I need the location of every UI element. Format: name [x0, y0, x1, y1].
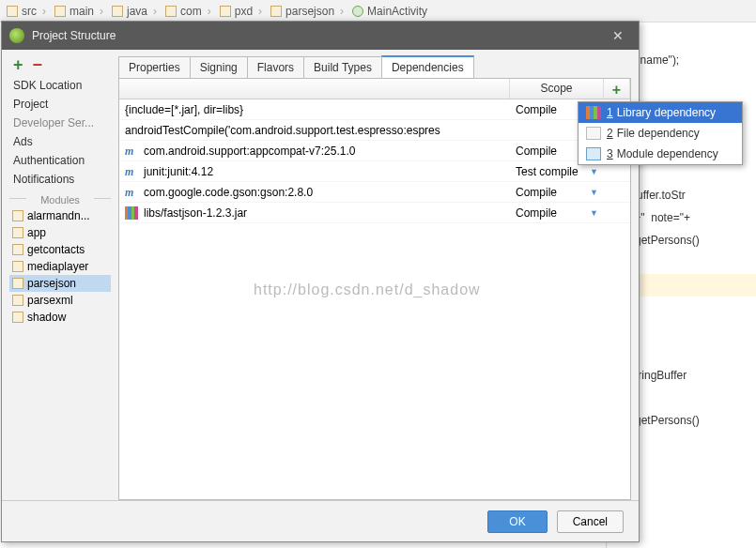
dep-scope-cell[interactable]: Compile▼: [510, 186, 604, 199]
module-app[interactable]: app: [9, 224, 111, 241]
module-icon: [12, 312, 23, 323]
table-row[interactable]: androidTestCompile('com.android.support.…: [119, 120, 630, 141]
tabs: Properties Signing Flavors Build Types D…: [118, 53, 631, 78]
sidebar: + − SDK Location Project Developer Ser..…: [9, 53, 111, 500]
crumb-com[interactable]: com: [162, 2, 217, 21]
library-icon: [586, 106, 601, 119]
dep-scope: Test compile: [516, 165, 579, 178]
dependencies-table: Scope + {include=[*.jar], dir=libs}Compi…: [118, 78, 631, 500]
table-body: {include=[*.jar], dir=libs}Compile▼andro…: [119, 99, 630, 223]
popup-library-dependency[interactable]: 1 Library dependency: [579, 102, 742, 123]
dialog-footer: OK Cancel: [2, 500, 639, 541]
ok-button[interactable]: OK: [487, 510, 547, 533]
maven-icon: m: [125, 186, 138, 199]
crumb-main[interactable]: main: [52, 2, 109, 21]
dialog-titlebar[interactable]: Project Structure ✕: [2, 22, 639, 50]
dep-name-cell: mcom.android.support:appcompat-v7:25.1.0: [119, 145, 510, 158]
th-scope[interactable]: Scope: [510, 79, 604, 99]
module-label: getcontacts: [27, 243, 85, 256]
sidebar-item-auth[interactable]: Authentication: [9, 151, 111, 170]
module-label: alarmandn...: [27, 209, 90, 222]
folder-icon: [220, 6, 231, 17]
popup-module-dependency[interactable]: 3 Module dependency: [579, 144, 742, 164]
sidebar-item-project[interactable]: Project: [9, 95, 111, 114]
crumb-java[interactable]: java: [109, 2, 162, 21]
tab-buildtypes[interactable]: Build Types: [303, 56, 382, 78]
tab-flavors[interactable]: Flavors: [247, 56, 304, 78]
class-icon: [352, 6, 363, 17]
dep-scope: Compile: [516, 103, 557, 116]
sidebar-list: SDK Location Project Developer Ser... Ad…: [9, 76, 111, 500]
crumb-parsejson[interactable]: parsejson: [268, 2, 349, 21]
module-label: parsejson: [27, 277, 76, 290]
table-row[interactable]: {include=[*.jar], dir=libs}Compile▼: [119, 99, 630, 120]
module-icon: [12, 244, 23, 255]
crumb-label: pxd: [235, 5, 253, 18]
close-button[interactable]: ✕: [605, 28, 631, 43]
th-name[interactable]: [119, 79, 510, 99]
dep-scope: Compile: [516, 186, 557, 199]
crumb-mainactivity[interactable]: MainActivity: [349, 2, 433, 21]
module-shadow[interactable]: shadow: [9, 309, 111, 326]
file-icon: [586, 127, 601, 140]
remove-icon[interactable]: −: [33, 55, 43, 75]
table-header: Scope +: [119, 79, 630, 99]
module-alarmandn[interactable]: alarmandn...: [9, 207, 111, 224]
folder-icon: [54, 6, 66, 17]
crumb-label: main: [69, 5, 94, 18]
popup-file-dependency[interactable]: 2 File dependency: [579, 123, 742, 144]
tab-properties[interactable]: Properties: [118, 56, 191, 78]
sidebar-item-devservices[interactable]: Developer Ser...: [9, 114, 111, 132]
dep-scope-cell[interactable]: Compile▼: [510, 206, 604, 220]
folder-icon: [7, 6, 18, 17]
folder-icon: [165, 6, 177, 17]
chevron-down-icon[interactable]: ▼: [590, 188, 598, 197]
table-row[interactable]: mjunit:junit:4.12Test compile▼: [119, 161, 630, 182]
module-parsejson[interactable]: parsejson: [9, 275, 111, 292]
dep-name: com.google.code.gson:gson:2.8.0: [144, 186, 313, 199]
module-label: app: [27, 226, 46, 239]
module-parsexml[interactable]: parsexml: [9, 292, 111, 309]
dep-name-cell: libs/fastjson-1.2.3.jar: [119, 206, 510, 220]
dep-name: junit:junit:4.12: [144, 165, 213, 178]
add-icon[interactable]: +: [13, 55, 23, 75]
popup-label: Library dependency: [617, 106, 716, 119]
dep-scope: Compile: [516, 145, 557, 158]
module-icon: [12, 261, 23, 272]
dep-name-cell: {include=[*.jar], dir=libs}: [119, 103, 510, 116]
crumb-label: parsejson: [285, 5, 334, 18]
sidebar-item-notif[interactable]: Notifications: [9, 170, 111, 189]
main-panel: Properties Signing Flavors Build Types D…: [118, 53, 631, 500]
sidebar-toolbar: + −: [9, 53, 111, 76]
dep-scope: Compile: [516, 206, 557, 220]
table-row[interactable]: mcom.google.code.gson:gson:2.8.0Compile▼: [119, 182, 630, 203]
crumb-label: com: [180, 5, 202, 18]
sidebar-item-sdk[interactable]: SDK Location: [9, 76, 111, 95]
table-row[interactable]: mcom.android.support:appcompat-v7:25.1.0…: [119, 141, 630, 161]
tab-signing[interactable]: Signing: [190, 56, 248, 78]
module-getcontacts[interactable]: getcontacts: [9, 241, 111, 258]
maven-icon: m: [125, 145, 138, 158]
module-label: mediaplayer: [27, 260, 88, 273]
dep-name: com.android.support:appcompat-v7:25.1.0: [144, 145, 355, 158]
folder-icon: [270, 6, 282, 17]
module-mediaplayer[interactable]: mediaplayer: [9, 258, 111, 275]
cancel-button[interactable]: Cancel: [557, 510, 624, 533]
module-label: shadow: [27, 311, 66, 324]
crumb-pxd[interactable]: pxd: [217, 2, 268, 21]
dep-scope-cell[interactable]: Test compile▼: [510, 165, 604, 178]
breadcrumb: src main java com pxd parsejson MainActi…: [0, 0, 756, 23]
android-studio-icon: [9, 28, 24, 43]
crumb-src[interactable]: src: [4, 2, 52, 21]
module-icon: [12, 210, 23, 221]
chevron-down-icon[interactable]: ▼: [590, 167, 598, 176]
chevron-down-icon[interactable]: ▼: [590, 208, 598, 218]
sidebar-item-ads[interactable]: Ads: [9, 132, 111, 151]
tab-dependencies[interactable]: Dependencies: [381, 55, 474, 78]
table-row[interactable]: libs/fastjson-1.2.3.jarCompile▼: [119, 203, 630, 223]
popup-label: Module dependency: [617, 147, 718, 160]
dep-name: androidTestCompile('com.android.support.…: [125, 124, 440, 137]
popup-label: File dependency: [617, 127, 700, 140]
crumb-label: java: [127, 5, 147, 18]
add-dependency-icon[interactable]: +: [612, 82, 621, 98]
